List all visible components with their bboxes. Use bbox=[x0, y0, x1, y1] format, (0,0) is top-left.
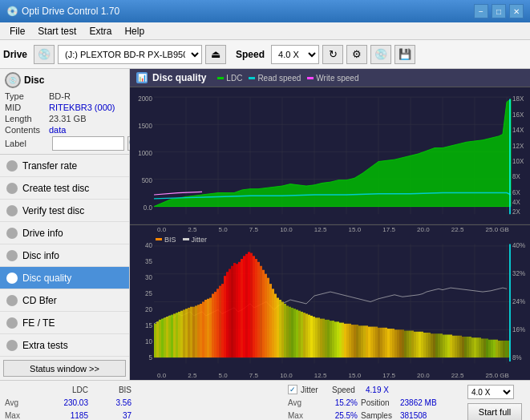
nav-verify-test-disc[interactable]: Verify test disc bbox=[0, 200, 129, 222]
label-input[interactable] bbox=[52, 136, 124, 151]
svg-rect-63 bbox=[156, 321, 159, 357]
nav-extra-tests[interactable]: Extra tests bbox=[0, 334, 129, 357]
svg-rect-197 bbox=[479, 337, 481, 357]
svg-text:40: 40 bbox=[145, 240, 152, 249]
extra-tests-icon bbox=[6, 340, 18, 351]
nav-drive-info[interactable]: Drive info bbox=[0, 222, 129, 244]
minimize-button[interactable]: − bbox=[474, 4, 488, 18]
titlebar-title: 💿 Opti Drive Control 1.70 bbox=[6, 6, 119, 17]
settings-button[interactable]: ⚙ bbox=[346, 45, 367, 64]
svg-rect-97 bbox=[238, 261, 241, 357]
ldc-color-dot bbox=[217, 77, 224, 79]
disc-panel: 💿 Disc Type BD-R MID RITEKBR3 (000) Leng… bbox=[0, 69, 129, 155]
svg-rect-194 bbox=[471, 337, 474, 357]
jitter-legend: Jitter bbox=[183, 236, 208, 244]
speed-select[interactable]: 4.0 X bbox=[271, 45, 319, 64]
avg-label: Avg bbox=[5, 398, 35, 407]
drive-select[interactable]: (J:) PLEXTOR BD-R PX-LB950SA 1.06 bbox=[58, 45, 202, 64]
max-bis: 37 bbox=[91, 411, 131, 420]
svg-rect-107 bbox=[262, 269, 265, 357]
svg-rect-166 bbox=[404, 330, 407, 357]
write-color-dot bbox=[307, 77, 314, 79]
disc-quality-icon bbox=[6, 273, 18, 284]
svg-rect-174 bbox=[423, 333, 426, 357]
legend-write: Write speed bbox=[307, 74, 358, 83]
disc-button[interactable]: 💿 bbox=[370, 45, 391, 64]
disc-contents-label: Contents bbox=[5, 125, 49, 135]
svg-rect-147 bbox=[358, 325, 361, 357]
svg-text:35: 35 bbox=[145, 256, 152, 265]
chart-title: Disc quality bbox=[152, 72, 206, 83]
svg-text:8%: 8% bbox=[512, 352, 522, 361]
svg-rect-208 bbox=[505, 340, 508, 357]
nav-transfer-rate[interactable]: Transfer rate bbox=[0, 155, 129, 177]
svg-rect-134 bbox=[327, 319, 330, 357]
disc-title: Disc bbox=[24, 75, 44, 86]
svg-text:10X: 10X bbox=[512, 156, 524, 165]
save-button[interactable]: 💾 bbox=[394, 45, 415, 64]
svg-rect-105 bbox=[257, 261, 260, 357]
svg-rect-106 bbox=[260, 265, 262, 357]
transfer-rate-icon bbox=[6, 160, 18, 172]
maximize-button[interactable]: □ bbox=[492, 4, 506, 18]
nav-disc-info[interactable]: Disc info bbox=[0, 244, 129, 267]
svg-rect-199 bbox=[483, 338, 486, 357]
drive-icon-button[interactable]: 💿 bbox=[34, 45, 55, 64]
main-layout: 💿 Disc Type BD-R MID RITEKBR3 (000) Leng… bbox=[0, 69, 530, 380]
menu-file[interactable]: File bbox=[3, 24, 31, 38]
svg-rect-183 bbox=[445, 334, 447, 357]
nav-create-test-disc[interactable]: Create test disc bbox=[0, 177, 129, 200]
max-jitter-value: 25.5% bbox=[322, 411, 358, 420]
svg-rect-137 bbox=[334, 321, 337, 357]
top-chart: 2000 1500 1000 500 0.0 18X 16X 14X 12X 1… bbox=[130, 87, 530, 225]
svg-text:500: 500 bbox=[142, 176, 152, 185]
svg-rect-64 bbox=[159, 319, 161, 357]
stats-avg-row: Avg 230.03 3.56 bbox=[5, 396, 288, 409]
status-window-button[interactable]: Status window >> bbox=[3, 360, 126, 377]
svg-rect-178 bbox=[433, 333, 435, 357]
svg-rect-165 bbox=[402, 329, 404, 357]
svg-rect-207 bbox=[503, 340, 505, 357]
disc-mid-label: MID bbox=[5, 103, 49, 112]
svg-text:0.0: 0.0 bbox=[144, 204, 152, 212]
svg-rect-130 bbox=[318, 317, 320, 357]
start-full-button[interactable]: Start full bbox=[467, 403, 522, 420]
svg-rect-200 bbox=[486, 338, 488, 357]
speed-dropdown[interactable]: 4.0 X bbox=[467, 385, 514, 399]
svg-rect-181 bbox=[440, 333, 443, 357]
svg-rect-87 bbox=[214, 292, 216, 357]
menubar: File Start test Extra Help bbox=[0, 22, 530, 40]
app-title: Opti Drive Control 1.70 bbox=[22, 6, 119, 17]
close-button[interactable]: ✕ bbox=[509, 4, 524, 18]
svg-rect-117 bbox=[286, 305, 289, 357]
svg-rect-90 bbox=[221, 284, 224, 357]
toolbar: Drive 💿 (J:) PLEXTOR BD-R PX-LB950SA 1.0… bbox=[0, 40, 530, 69]
eject-button[interactable]: ⏏ bbox=[205, 45, 226, 64]
menu-starttest[interactable]: Start test bbox=[31, 24, 83, 38]
svg-rect-104 bbox=[255, 259, 257, 357]
svg-rect-114 bbox=[279, 300, 281, 357]
svg-rect-173 bbox=[421, 331, 423, 357]
nav-disc-quality[interactable]: Disc quality bbox=[0, 267, 129, 289]
content-area: 📊 Disc quality LDC Read speed Write spee… bbox=[130, 69, 530, 380]
stats-avg-jitter: Avg 15.2% Position 23862 MB bbox=[288, 396, 464, 409]
nav-fe-te[interactable]: FE / TE bbox=[0, 312, 129, 334]
svg-rect-112 bbox=[274, 293, 277, 357]
svg-text:16%: 16% bbox=[512, 324, 525, 333]
menu-extra[interactable]: Extra bbox=[83, 24, 118, 38]
svg-rect-62 bbox=[154, 323, 156, 357]
stats-area: LDC BIS Avg 230.03 3.56 Max 1185 37 Tota… bbox=[0, 380, 530, 420]
jitter-checkbox[interactable]: ✓ bbox=[288, 385, 297, 394]
svg-rect-144 bbox=[351, 325, 354, 357]
speed-value: 4.19 X bbox=[366, 386, 389, 394]
drive-label: Drive bbox=[3, 49, 27, 60]
legend-read: Read speed bbox=[249, 74, 301, 83]
svg-text:10: 10 bbox=[145, 336, 152, 345]
svg-rect-79 bbox=[195, 305, 197, 357]
svg-rect-198 bbox=[481, 338, 483, 357]
nav-cd-bfer[interactable]: CD Bfer bbox=[0, 289, 129, 312]
disc-type-row: Type BD-R bbox=[5, 91, 124, 101]
menu-help[interactable]: Help bbox=[118, 24, 151, 38]
refresh-button[interactable]: ↻ bbox=[322, 45, 343, 64]
svg-rect-189 bbox=[459, 335, 462, 357]
